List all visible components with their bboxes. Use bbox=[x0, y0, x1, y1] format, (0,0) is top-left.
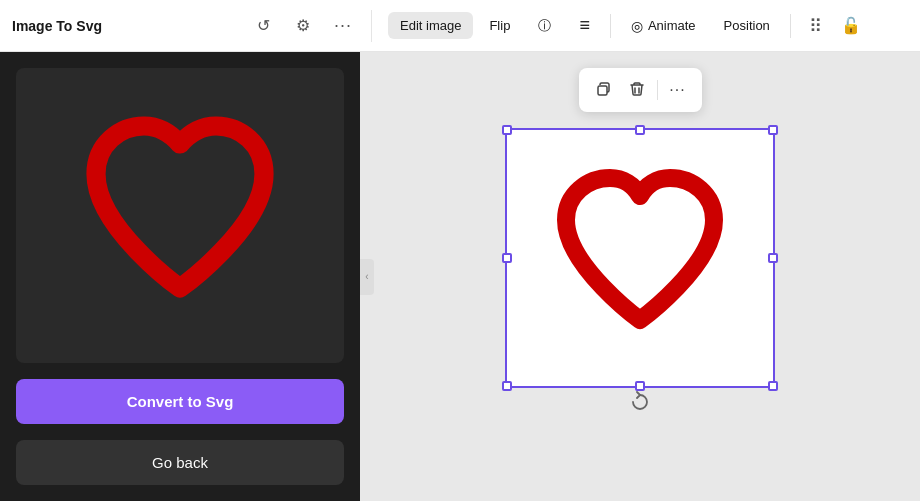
toolbar-left: Image To Svg ↺ ⚙ ··· bbox=[12, 10, 372, 42]
convert-label: Convert to Svg bbox=[127, 393, 234, 410]
sidebar-collapse-handle[interactable]: ‹ bbox=[360, 259, 374, 295]
edit-image-label: Edit image bbox=[400, 18, 461, 33]
float-toolbar: ··· bbox=[579, 68, 702, 112]
duplicate-icon bbox=[595, 81, 611, 100]
layers-button[interactable]: ≡ bbox=[567, 9, 602, 42]
position-button[interactable]: Position bbox=[712, 12, 782, 39]
animate-icon: ◎ bbox=[631, 18, 643, 34]
svg-rect-0 bbox=[598, 86, 607, 95]
sidebar-heart-preview bbox=[60, 96, 300, 336]
gear-icon: ⚙ bbox=[296, 16, 310, 35]
animate-button[interactable]: ◎ Animate bbox=[619, 12, 708, 40]
canvas-area[interactable]: ··· bbox=[360, 52, 920, 501]
toolbar-divider-1 bbox=[610, 14, 611, 38]
canvas-image-inner bbox=[505, 128, 775, 388]
go-back-label: Go back bbox=[152, 454, 208, 471]
sidebar-preview bbox=[16, 68, 344, 363]
settings-button[interactable]: ⚙ bbox=[287, 10, 319, 42]
grid-button[interactable]: ⠿ bbox=[799, 10, 831, 42]
animate-label: Animate bbox=[648, 18, 696, 33]
more-button[interactable]: ··· bbox=[327, 10, 359, 42]
lock-button[interactable]: 🔓 bbox=[835, 10, 867, 42]
ellipsis-icon: ··· bbox=[334, 15, 352, 36]
top-toolbar: Image To Svg ↺ ⚙ ··· Edit image Flip ⓘ ≡… bbox=[0, 0, 920, 52]
layers-icon: ≡ bbox=[579, 15, 590, 36]
float-more-icon: ··· bbox=[669, 81, 685, 99]
info-button[interactable]: ⓘ bbox=[526, 11, 563, 41]
canvas-heart-svg bbox=[540, 158, 740, 358]
flip-label: Flip bbox=[489, 18, 510, 33]
info-icon: ⓘ bbox=[538, 17, 551, 35]
sidebar: Convert to Svg Go back ‹ bbox=[0, 52, 360, 501]
refresh-button[interactable]: ↺ bbox=[247, 10, 279, 42]
toolbar-divider-2 bbox=[790, 14, 791, 38]
canvas-image-wrapper[interactable] bbox=[505, 128, 775, 388]
float-more-button[interactable]: ··· bbox=[662, 74, 694, 106]
toolbar-right: Edit image Flip ⓘ ≡ ◎ Animate Position ⠿… bbox=[376, 9, 908, 42]
trash-icon bbox=[629, 81, 645, 100]
refresh-icon: ↺ bbox=[257, 16, 270, 35]
rotate-handle[interactable] bbox=[629, 391, 651, 418]
float-toolbar-divider bbox=[657, 80, 658, 100]
lock-icon: 🔓 bbox=[841, 16, 861, 35]
main-area: Convert to Svg Go back ‹ bbox=[0, 52, 920, 501]
duplicate-button[interactable] bbox=[587, 74, 619, 106]
go-back-button[interactable]: Go back bbox=[16, 440, 344, 485]
app-title: Image To Svg bbox=[12, 18, 239, 34]
delete-button[interactable] bbox=[621, 74, 653, 106]
position-label: Position bbox=[724, 18, 770, 33]
convert-to-svg-button[interactable]: Convert to Svg bbox=[16, 379, 344, 424]
grid-icon: ⠿ bbox=[809, 15, 821, 37]
flip-button[interactable]: Flip bbox=[477, 12, 522, 39]
chevron-left-icon: ‹ bbox=[365, 271, 368, 282]
edit-image-button[interactable]: Edit image bbox=[388, 12, 473, 39]
